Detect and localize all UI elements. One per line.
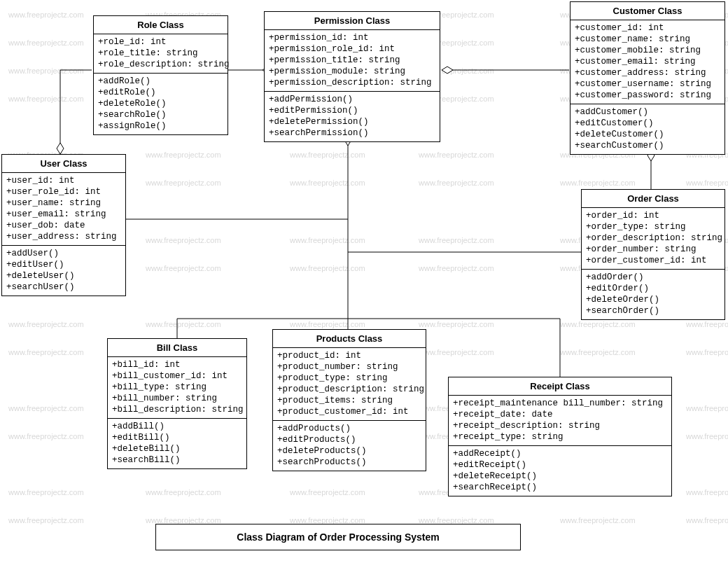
- class-member: +editBill(): [112, 432, 242, 443]
- class-member: +bill_number: string: [112, 393, 242, 404]
- operations: +addUser()+editUser()+deleteUser()+searc…: [2, 246, 125, 296]
- class-title: Receipt Class: [449, 377, 671, 396]
- class-member: +deleteCustomer(): [575, 129, 720, 140]
- class-member: +bill_description: string: [112, 404, 242, 415]
- class-member: +addRole(): [98, 76, 223, 87]
- class-member: +product_description: string: [277, 384, 421, 395]
- class-member: +product_items: string: [277, 395, 421, 406]
- class-member: +deleteOrder(): [586, 294, 720, 305]
- class-customer: Customer Class +customer_id: int+custome…: [570, 1, 725, 155]
- class-member: +product_id: int: [277, 350, 421, 361]
- watermark: www.freeprojectz.com: [686, 432, 728, 440]
- class-member: +customer_address: string: [575, 67, 720, 78]
- class-member: +permission_title: string: [269, 55, 435, 66]
- class-member: +role_id: int: [98, 36, 223, 48]
- class-member: +editPermission(): [269, 105, 435, 116]
- attributes: +receipt_maintenance bill_number: string…: [449, 396, 671, 446]
- class-member: +deleteUser(): [6, 270, 121, 282]
- class-member: +editCustomer(): [575, 118, 720, 129]
- watermark: www.freeprojectz.com: [560, 320, 636, 328]
- class-member: +user_address: string: [6, 231, 121, 242]
- class-member: +bill_customer_id: int: [112, 370, 242, 382]
- class-member: +order_type: string: [586, 221, 720, 232]
- class-order: Order Class +order_id: int+order_type: s…: [581, 189, 725, 320]
- class-member: +role_title: string: [98, 48, 223, 59]
- class-member: +editUser(): [6, 259, 121, 270]
- watermark: www.freeprojectz.com: [686, 179, 728, 187]
- watermark: www.freeprojectz.com: [686, 348, 728, 356]
- class-member: +addOrder(): [586, 272, 720, 283]
- class-role: Role Class +role_id: int+role_title: str…: [93, 15, 228, 135]
- class-member: +receipt_maintenance bill_number: string: [453, 398, 667, 409]
- class-member: +searchBill(): [112, 454, 242, 466]
- watermark: www.freeprojectz.com: [419, 236, 494, 244]
- class-member: +searchUser(): [6, 282, 121, 293]
- class-member: +product_number: string: [277, 361, 421, 373]
- class-member: +deleteRole(): [98, 98, 223, 109]
- class-member: +customer_username: string: [575, 78, 720, 90]
- watermark: www.freeprojectz.com: [290, 179, 365, 187]
- watermark: www.freeprojectz.com: [146, 236, 221, 244]
- class-member: +permission_module: string: [269, 66, 435, 77]
- watermark: www.freeprojectz.com: [8, 432, 84, 440]
- watermark: www.freeprojectz.com: [146, 179, 221, 187]
- class-receipt: Receipt Class +receipt_maintenance bill_…: [448, 377, 672, 496]
- class-member: +permission_description: string: [269, 77, 435, 88]
- class-member: +receipt_type: string: [453, 431, 667, 443]
- diagram-stage: www.freeprojectz.comwww.freeprojectz.com…: [0, 0, 728, 563]
- watermark: www.freeprojectz.com: [686, 488, 728, 496]
- watermark: www.freeprojectz.com: [560, 516, 636, 524]
- watermark: www.freeprojectz.com: [8, 488, 84, 496]
- class-title: User Class: [2, 155, 125, 173]
- class-member: +addUser(): [6, 248, 121, 259]
- class-member: +user_dob: date: [6, 220, 121, 231]
- class-member: +editProducts(): [277, 434, 421, 445]
- class-member: +product_customer_id: int: [277, 406, 421, 417]
- watermark: www.freeprojectz.com: [419, 151, 494, 159]
- operations: +addBill()+editBill()+deleteBill()+searc…: [108, 419, 246, 468]
- watermark: www.freeprojectz.com: [146, 264, 221, 272]
- class-member: +permission_role_id: int: [269, 43, 435, 55]
- watermark: www.freeprojectz.com: [8, 404, 84, 412]
- attributes: +order_id: int+order_type: string+order_…: [582, 208, 724, 270]
- class-member: +order_id: int: [586, 210, 720, 221]
- class-member: +addBill(): [112, 421, 242, 432]
- class-title: Permission Class: [265, 12, 440, 30]
- attributes: +permission_id: int+permission_role_id: …: [265, 30, 440, 92]
- class-member: +searchProducts(): [277, 457, 421, 468]
- watermark: www.freeprojectz.com: [8, 11, 84, 19]
- class-member: +customer_id: int: [575, 22, 720, 34]
- class-member: +searchRole(): [98, 109, 223, 120]
- class-member: +user_role_id: int: [6, 186, 121, 197]
- diagram-caption: Class Diagram of Order Processing System: [155, 524, 521, 550]
- class-member: +editOrder(): [586, 283, 720, 294]
- class-member: +user_email: string: [6, 209, 121, 220]
- watermark: www.freeprojectz.com: [8, 320, 84, 328]
- class-member: +deletePermission(): [269, 116, 435, 127]
- attributes: +role_id: int+role_title: string+role_de…: [94, 34, 227, 74]
- class-member: +order_description: string: [586, 232, 720, 244]
- class-member: +searchCustomer(): [575, 140, 720, 151]
- watermark: www.freeprojectz.com: [560, 348, 636, 356]
- class-member: +receipt_description: string: [453, 420, 667, 431]
- watermark: www.freeprojectz.com: [146, 320, 221, 328]
- class-member: +addProducts(): [277, 423, 421, 434]
- class-member: +role_description: string: [98, 59, 223, 70]
- watermark: www.freeprojectz.com: [419, 179, 494, 187]
- watermark: www.freeprojectz.com: [290, 320, 365, 328]
- attributes: +user_id: int+user_role_id: int+user_nam…: [2, 173, 125, 246]
- watermark: www.freeprojectz.com: [8, 95, 84, 103]
- class-member: +user_id: int: [6, 175, 121, 186]
- operations: +addPermission()+editPermission()+delete…: [265, 92, 440, 141]
- class-member: +bill_id: int: [112, 359, 242, 370]
- watermark: www.freeprojectz.com: [290, 488, 365, 496]
- class-title: Products Class: [273, 330, 426, 348]
- attributes: +product_id: int+product_number: string+…: [273, 348, 426, 421]
- watermark: www.freeprojectz.com: [8, 39, 84, 47]
- watermark: www.freeprojectz.com: [146, 151, 221, 159]
- watermark: www.freeprojectz.com: [686, 320, 728, 328]
- class-member: +user_name: string: [6, 197, 121, 209]
- class-member: +order_number: string: [586, 244, 720, 255]
- class-member: +permission_id: int: [269, 32, 435, 43]
- class-member: +addPermission(): [269, 94, 435, 105]
